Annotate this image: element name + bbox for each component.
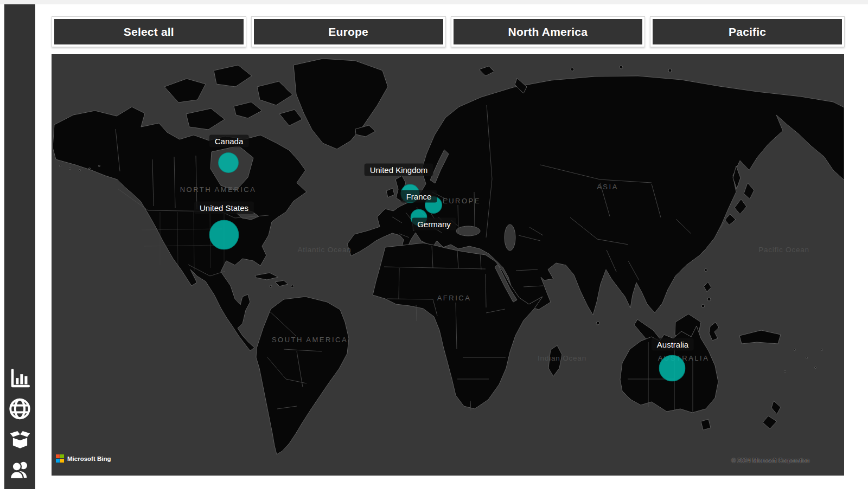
map-text-south-america: SOUTH AMERICA	[272, 336, 348, 344]
map-copyright: © 2024 Microsoft Corporation	[731, 457, 809, 464]
map-label-united-kingdom: United Kingdom	[365, 164, 433, 176]
bing-attribution[interactable]: Microsoft Bing	[56, 454, 111, 463]
sidebar	[4, 4, 35, 489]
microsoft-logo-icon	[56, 454, 64, 463]
sidebar-item-chart[interactable]	[8, 366, 32, 390]
map-text-pacific-ocean: Pacific Ocean	[758, 246, 809, 254]
globe-icon	[8, 396, 32, 421]
world-map-svg	[52, 54, 844, 476]
map-text-atlantic-ocean: Atlantic Ocean	[298, 246, 352, 254]
map-label-france: France	[401, 190, 437, 203]
map-bubble-australia[interactable]	[659, 355, 686, 382]
north-america-button-label: North America	[454, 19, 643, 44]
map-text-indian-ocean: Indian Ocean	[538, 354, 586, 362]
bar-chart-icon	[9, 367, 31, 390]
sidebar-item-globe[interactable]	[8, 396, 32, 421]
open-box-icon	[9, 428, 31, 451]
map-bubble-united-states[interactable]	[209, 220, 239, 250]
map-label-united-states: United States	[194, 202, 254, 214]
map-label-canada: Canada	[209, 135, 249, 147]
bing-map-visual[interactable]: NORTH AMERICA SOUTH AMERICA EUROPE ASIA …	[52, 54, 844, 476]
select-all-button-label: Select all	[54, 19, 244, 44]
top-strip	[0, 0, 868, 4]
bing-provider-label: Microsoft Bing	[67, 455, 111, 462]
north-america-button[interactable]: North America	[451, 16, 646, 47]
sidebar-item-product[interactable]	[8, 427, 32, 451]
europe-button[interactable]: Europe	[251, 16, 446, 47]
region-filter-buttons: Select all Europe North America Pacific	[52, 16, 845, 47]
select-all-button[interactable]: Select all	[52, 16, 246, 47]
map-label-germany: Germany	[412, 218, 456, 230]
map-text-north-america: NORTH AMERICA	[180, 185, 257, 194]
europe-button-label: Europe	[254, 19, 443, 44]
map-text-europe: EUROPE	[443, 197, 481, 205]
sidebar-item-customers[interactable]	[8, 457, 32, 482]
pacific-button-label: Pacific	[653, 19, 842, 44]
map-text-africa: AFRICA	[437, 294, 471, 302]
people-icon	[8, 457, 32, 482]
map-text-asia: ASIA	[597, 183, 618, 191]
map-bubble-canada[interactable]	[218, 152, 239, 173]
pacific-button[interactable]: Pacific	[650, 16, 845, 47]
map-label-australia: Australia	[652, 338, 694, 351]
